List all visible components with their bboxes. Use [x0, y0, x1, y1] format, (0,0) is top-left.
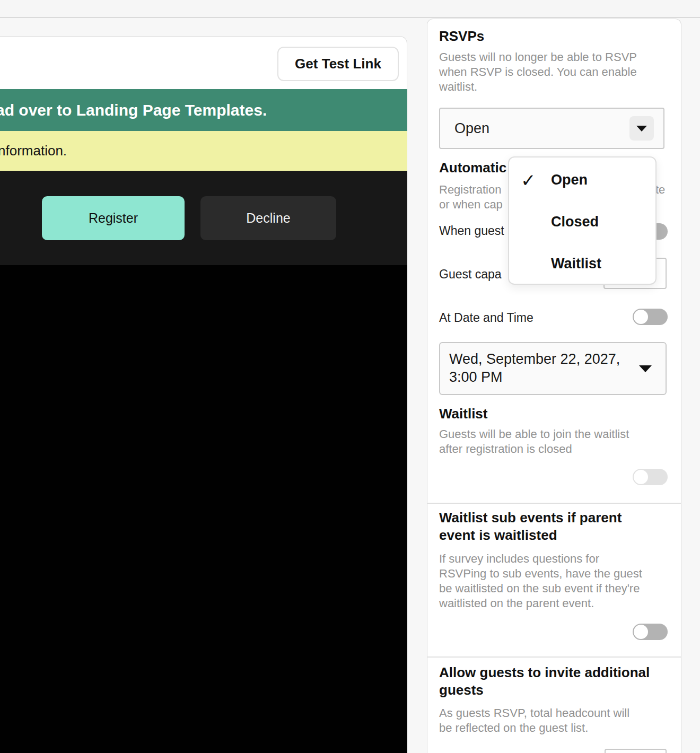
register-button[interactable]: Register: [42, 196, 185, 240]
dropdown-item-closed[interactable]: Closed: [509, 201, 655, 243]
at-date-and-time-label: At Date and Time: [439, 310, 533, 325]
rsvp-status-value: Open: [454, 109, 489, 148]
rsvp-settings-screen: Get Test Link ad over to Landing Page Te…: [0, 0, 700, 753]
toggle-knob: [634, 625, 648, 639]
landing-page-templates-banner: ad over to Landing Page Templates.: [0, 89, 407, 131]
green-banner-text: ad over to Landing Page Templates.: [0, 101, 267, 119]
yellow-banner-text: nformation.: [0, 143, 67, 159]
waitlist-toggle[interactable]: [633, 469, 668, 485]
dropdown-item-open[interactable]: ✓ Open: [509, 159, 655, 201]
dropdown-item-label: Waitlist: [551, 256, 601, 272]
additional-guests-input[interactable]: [605, 749, 667, 753]
toggle-knob: [634, 470, 648, 484]
automatic-close-title: Automatic: [439, 159, 506, 177]
automatic-close-desc-line1-end: te: [655, 182, 665, 197]
dropdown-item-label: Open: [551, 172, 588, 188]
rsvp-status-dropdown-menu: ✓ Open Closed Waitlist: [508, 156, 657, 285]
allow-additional-guests-title: Allow guests to invite additional guests: [439, 664, 650, 699]
chevron-down-icon: [636, 126, 647, 132]
check-icon: ✓: [521, 170, 551, 191]
waitlist-sub-events-toggle[interactable]: [633, 624, 668, 640]
toggle-knob: [634, 310, 648, 324]
allow-additional-guests-description: As guests RSVP, total headcount will be …: [439, 706, 675, 736]
section-divider: [427, 503, 681, 504]
automatic-close-desc-line2: or when cap: [439, 197, 503, 212]
rsvp-status-dropdown-button[interactable]: [629, 116, 654, 141]
waitlist-sub-events-description: If survey includes questions for RSVPing…: [439, 551, 675, 611]
rsvps-section-title: RSVPs: [439, 27, 484, 45]
waitlist-description: Guests will be able to join the waitlist…: [439, 427, 672, 457]
close-date-select[interactable]: Wed, September 22, 2027, 3:00 PM: [439, 342, 667, 395]
decline-button[interactable]: Decline: [200, 196, 336, 240]
waitlist-title: Waitlist: [439, 405, 487, 423]
rsvps-description: Guests will no longer be able to RSVP wh…: [439, 50, 668, 94]
top-bar: [0, 0, 700, 18]
guest-capacity-label: Guest capa: [439, 267, 502, 282]
information-banner: nformation.: [0, 131, 407, 171]
close-date-value: Wed, September 22, 2027, 3:00 PM: [449, 350, 620, 386]
chevron-down-icon: [639, 365, 652, 372]
at-date-and-time-toggle[interactable]: [633, 309, 668, 325]
get-test-link-button[interactable]: Get Test Link: [277, 47, 399, 81]
event-preview-image: [0, 265, 407, 753]
dropdown-item-waitlist[interactable]: Waitlist: [509, 243, 655, 285]
when-guests-label: When guest: [439, 223, 504, 238]
waitlist-sub-events-title: Waitlist sub events if parent event is w…: [439, 509, 622, 544]
rsvp-status-select[interactable]: Open: [439, 108, 664, 149]
section-divider: [427, 656, 681, 658]
automatic-close-desc-line1: Registration: [439, 182, 501, 197]
dropdown-item-label: Closed: [551, 214, 599, 230]
